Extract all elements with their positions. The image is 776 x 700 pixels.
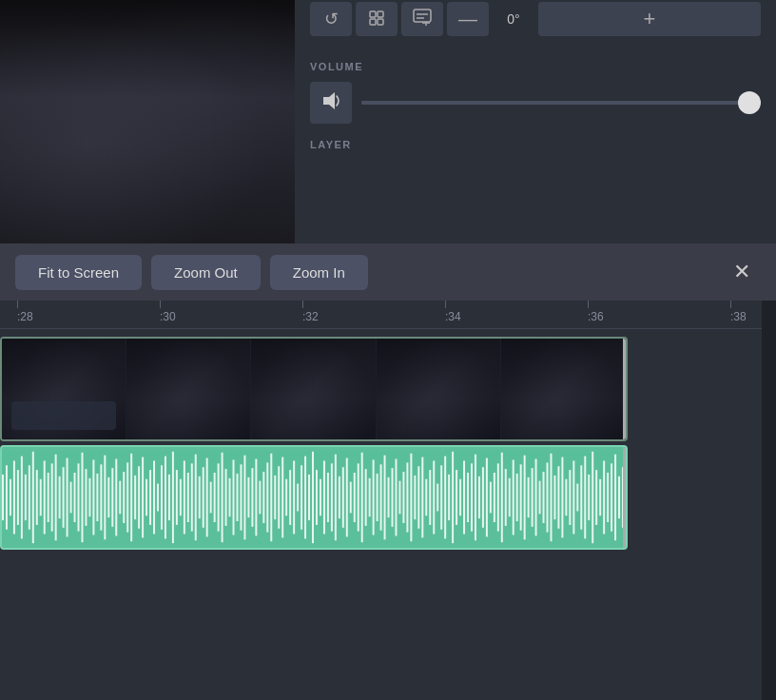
svg-rect-10 — [2, 475, 4, 520]
svg-rect-162 — [576, 484, 578, 512]
svg-rect-142 — [501, 453, 503, 542]
svg-rect-108 — [373, 459, 375, 535]
svg-rect-60 — [191, 463, 193, 531]
svg-rect-72 — [236, 474, 238, 521]
svg-rect-42 — [123, 472, 125, 523]
svg-rect-141 — [497, 463, 499, 531]
video-track — [0, 337, 776, 441]
svg-rect-116 — [402, 472, 404, 523]
svg-rect-111 — [384, 456, 386, 540]
svg-rect-152 — [539, 481, 541, 515]
svg-rect-33 — [88, 478, 90, 516]
svg-rect-147 — [520, 464, 522, 530]
svg-rect-89 — [301, 465, 302, 529]
svg-rect-109 — [377, 474, 378, 521]
close-button[interactable]: ✕ — [723, 253, 761, 291]
svg-rect-3 — [378, 19, 383, 25]
svg-rect-168 — [599, 479, 601, 516]
svg-rect-136 — [478, 476, 480, 518]
minus-icon: — — [458, 10, 477, 29]
minus-button[interactable]: — — [447, 2, 489, 36]
svg-rect-95 — [323, 460, 325, 534]
svg-rect-163 — [580, 465, 582, 529]
svg-rect-105 — [361, 453, 363, 542]
svg-rect-53 — [165, 457, 166, 539]
svg-rect-85 — [285, 479, 287, 516]
svg-rect-159 — [565, 479, 567, 516]
audio-strip[interactable] — [0, 445, 628, 550]
svg-rect-120 — [417, 466, 419, 529]
svg-rect-56 — [176, 470, 178, 525]
svg-rect-28 — [70, 482, 72, 514]
svg-rect-18 — [32, 452, 34, 543]
svg-rect-123 — [429, 470, 431, 525]
toolbar-row: ↺ — [310, 0, 761, 38]
svg-rect-129 — [452, 452, 454, 543]
svg-rect-115 — [398, 481, 400, 515]
rotate-ccw-button[interactable]: ↺ — [310, 2, 352, 36]
svg-rect-81 — [270, 454, 272, 542]
svg-rect-133 — [467, 473, 469, 522]
svg-rect-37 — [104, 456, 106, 540]
scrollbar-area[interactable] — [762, 301, 776, 700]
svg-rect-64 — [206, 458, 208, 537]
svg-rect-146 — [516, 474, 518, 521]
tick-34: :34 — [445, 301, 461, 328]
fit-to-screen-button[interactable]: Fit to Screen — [15, 255, 142, 290]
volume-slider-fill — [361, 101, 761, 105]
svg-rect-97 — [331, 463, 333, 531]
crop-button[interactable] — [356, 2, 398, 36]
svg-rect-20 — [40, 479, 42, 516]
caption-icon — [413, 9, 432, 29]
svg-rect-57 — [180, 479, 182, 516]
svg-rect-117 — [406, 462, 408, 532]
svg-rect-99 — [339, 476, 340, 518]
svg-rect-59 — [187, 473, 189, 522]
svg-rect-83 — [278, 466, 280, 529]
svg-marker-9 — [323, 92, 335, 109]
add-button[interactable]: + — [538, 2, 761, 36]
volume-icon-button[interactable] — [310, 82, 352, 124]
video-strip[interactable] — [0, 337, 628, 441]
svg-rect-102 — [350, 482, 352, 514]
svg-rect-172 — [614, 455, 616, 541]
svg-rect-113 — [392, 468, 394, 527]
svg-rect-94 — [320, 479, 321, 516]
caption-button[interactable] — [401, 2, 443, 36]
svg-rect-0 — [370, 11, 376, 17]
svg-rect-127 — [444, 457, 446, 539]
svg-rect-139 — [490, 482, 492, 514]
svg-rect-19 — [36, 470, 38, 525]
volume-row — [310, 82, 761, 124]
svg-rect-154 — [547, 462, 549, 532]
svg-rect-55 — [172, 452, 174, 543]
svg-rect-88 — [297, 484, 299, 512]
svg-rect-143 — [505, 469, 507, 526]
video-frame-1 — [2, 339, 126, 439]
volume-slider-container[interactable] — [361, 82, 761, 124]
svg-rect-138 — [486, 458, 488, 537]
zoom-in-button[interactable]: Zoom In — [270, 255, 368, 290]
svg-rect-112 — [388, 477, 390, 517]
svg-rect-51 — [157, 484, 159, 512]
svg-rect-27 — [67, 458, 68, 537]
zoom-out-button[interactable]: Zoom Out — [151, 255, 261, 290]
svg-rect-70 — [229, 478, 231, 516]
svg-rect-96 — [327, 473, 329, 522]
volume-slider-thumb[interactable] — [738, 91, 761, 114]
playhead-audio — [623, 447, 626, 550]
svg-rect-58 — [184, 460, 185, 534]
svg-rect-134 — [471, 463, 473, 531]
svg-rect-78 — [259, 481, 261, 515]
svg-rect-122 — [425, 479, 427, 516]
svg-rect-170 — [607, 473, 609, 522]
svg-rect-82 — [274, 476, 276, 519]
svg-rect-29 — [74, 473, 76, 522]
svg-rect-149 — [528, 477, 530, 517]
svg-rect-100 — [342, 467, 344, 528]
tick-28: :28 — [17, 301, 33, 328]
tick-38: :38 — [730, 301, 747, 328]
svg-rect-104 — [358, 463, 359, 531]
svg-rect-63 — [203, 467, 204, 528]
volume-slider-track — [361, 101, 761, 105]
